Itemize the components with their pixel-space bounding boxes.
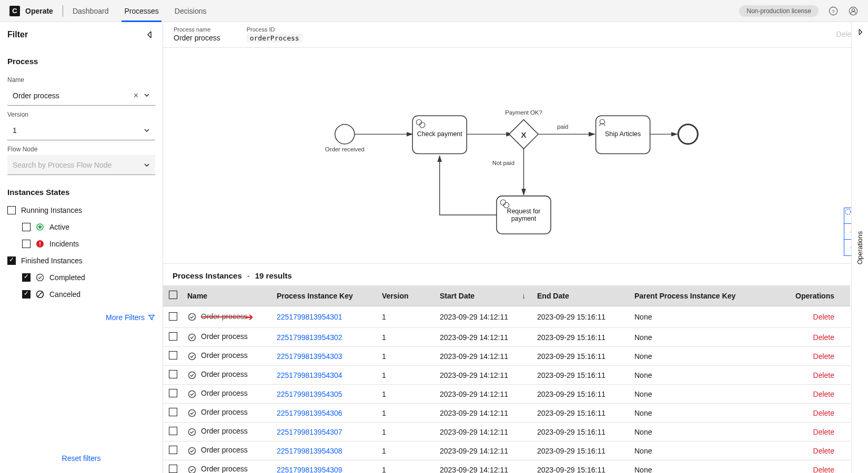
col-key[interactable]: Process Instance Key (272, 285, 378, 306)
delete-instance-button[interactable]: Delete (813, 352, 834, 361)
running-instances-checkbox[interactable]: Running Instances (7, 206, 155, 214)
clear-icon[interactable]: × (134, 91, 138, 100)
row-start-date: 2023-09-29 14:12:11 (436, 328, 533, 347)
license-badge: Non-production license (739, 5, 819, 17)
delete-instance-button[interactable]: Delete (813, 409, 834, 417)
table-row: Order process 2251799813954302 1 2023-09… (163, 328, 850, 347)
collapse-filter-icon[interactable] (145, 29, 155, 40)
active-checkbox[interactable]: Active (22, 223, 155, 231)
row-parent: None (630, 385, 767, 404)
row-checkbox[interactable] (169, 312, 177, 321)
row-start-date: 2023-09-29 14:12:11 (436, 404, 533, 423)
row-checkbox[interactable] (169, 332, 177, 341)
instance-key-link[interactable]: 2251799813954305 (277, 390, 342, 398)
row-version: 1 (378, 328, 436, 347)
instance-key-link[interactable]: 2251799813954309 (277, 466, 342, 473)
completed-checkbox[interactable]: Completed (22, 273, 155, 282)
row-version: 1 (378, 404, 436, 423)
completed-icon (187, 427, 197, 437)
row-version: 1 (378, 423, 436, 441)
nav-tab-dashboard[interactable]: Dashboard (73, 0, 109, 22)
instance-key-link[interactable]: 2251799813954308 (277, 447, 342, 455)
svg-text:paid: paid (557, 124, 568, 130)
running-label: Running Instances (21, 206, 82, 214)
process-name-select[interactable]: Order process × (7, 86, 155, 106)
chevron-down-icon (144, 162, 150, 168)
completed-icon (187, 371, 197, 380)
row-start-date: 2023-09-29 14:12:11 (436, 347, 533, 366)
row-name: Order process (201, 427, 248, 435)
version-select[interactable]: 1 (7, 120, 155, 140)
row-checkbox[interactable] (169, 351, 177, 359)
row-end-date: 2023-09-29 15:16:11 (533, 347, 630, 366)
row-checkbox[interactable] (169, 465, 177, 473)
instance-key-link[interactable]: 2251799813954307 (277, 428, 342, 436)
delete-instance-button[interactable]: Delete (813, 447, 834, 455)
delete-instance-button[interactable]: Delete (813, 466, 834, 473)
finished-instances-checkbox[interactable]: Finished Instances (7, 256, 155, 265)
row-name: Order process (201, 446, 248, 454)
col-end-date[interactable]: End Date (533, 285, 630, 306)
row-parent: None (630, 347, 767, 366)
instance-key-link[interactable]: 2251799813954301 (277, 313, 342, 321)
nav-tab-processes[interactable]: Processes (124, 0, 158, 22)
help-icon[interactable]: ? (828, 6, 839, 16)
row-checkbox[interactable] (169, 389, 177, 397)
row-parent: None (630, 423, 767, 441)
divider (63, 5, 63, 17)
row-parent: None (630, 306, 767, 328)
col-version[interactable]: Version (378, 285, 436, 306)
process-id-meta-value: orderProcess (247, 34, 302, 43)
version-field-label: Version (7, 111, 155, 118)
row-checkbox[interactable] (169, 370, 177, 378)
more-filters-link[interactable]: More Filters (7, 313, 155, 322)
svg-rect-8 (39, 245, 41, 246)
row-version: 1 (378, 460, 436, 473)
finished-label: Finished Instances (21, 256, 83, 265)
completed-icon (187, 465, 197, 473)
reset-filters-link[interactable]: Reset filters (7, 454, 155, 466)
user-icon[interactable] (848, 6, 859, 16)
incidents-checkbox[interactable]: Incidents (22, 240, 155, 248)
name-field-label: Name (7, 76, 155, 84)
delete-instance-button[interactable]: Delete (813, 333, 834, 342)
bpmn-diagram[interactable]: Order received Check payment X Payment O… (163, 48, 868, 264)
row-end-date: 2023-09-29 15:16:11 (533, 441, 630, 460)
svg-text:payment: payment (511, 215, 537, 222)
delete-instance-button[interactable]: Delete (813, 371, 834, 379)
instance-key-link[interactable]: 2251799813954304 (277, 371, 342, 379)
delete-instance-button[interactable]: Delete (813, 428, 834, 436)
flownode-select[interactable]: Search by Process Flow Node (7, 155, 155, 175)
col-start-date[interactable]: Start Date↓ (436, 285, 533, 306)
active-icon (36, 223, 44, 231)
nav-tab-decisions[interactable]: Decisions (175, 0, 207, 22)
svg-text:Order received: Order received (325, 146, 365, 152)
row-checkbox[interactable] (169, 427, 177, 435)
process-name-meta-value: Order process (174, 34, 220, 42)
canceled-icon (36, 290, 44, 299)
app-header: C Operate Dashboard Processes Decisions … (0, 0, 868, 22)
active-label: Active (49, 223, 69, 231)
svg-text:Payment OK?: Payment OK? (505, 109, 542, 116)
instance-key-link[interactable]: 2251799813954303 (277, 352, 342, 361)
canceled-checkbox[interactable]: Canceled (22, 290, 155, 299)
row-start-date: 2023-09-29 14:12:11 (436, 366, 533, 385)
row-checkbox[interactable] (169, 408, 177, 416)
instance-key-link[interactable]: 2251799813954302 (277, 333, 342, 342)
delete-instance-button[interactable]: Delete (813, 390, 834, 398)
instance-key-link[interactable]: 2251799813954306 (277, 409, 342, 417)
col-parent-key[interactable]: Parent Process Instance Key (630, 285, 767, 306)
operations-panel-toggle[interactable]: Operations (851, 22, 868, 473)
completed-label: Completed (49, 273, 85, 282)
svg-point-5 (38, 225, 42, 229)
row-parent: None (630, 404, 767, 423)
flownode-field-label: Flow Node (7, 146, 155, 153)
delete-instance-button[interactable]: Delete (813, 313, 834, 321)
row-checkbox[interactable] (169, 446, 177, 454)
col-name[interactable]: Name (183, 285, 272, 306)
row-name: Order process (201, 370, 248, 378)
select-all-checkbox[interactable] (169, 291, 177, 299)
svg-text:X: X (521, 130, 527, 139)
table-row: Order process 2251799813954309 1 2023-09… (163, 460, 850, 473)
completed-icon (187, 408, 197, 418)
